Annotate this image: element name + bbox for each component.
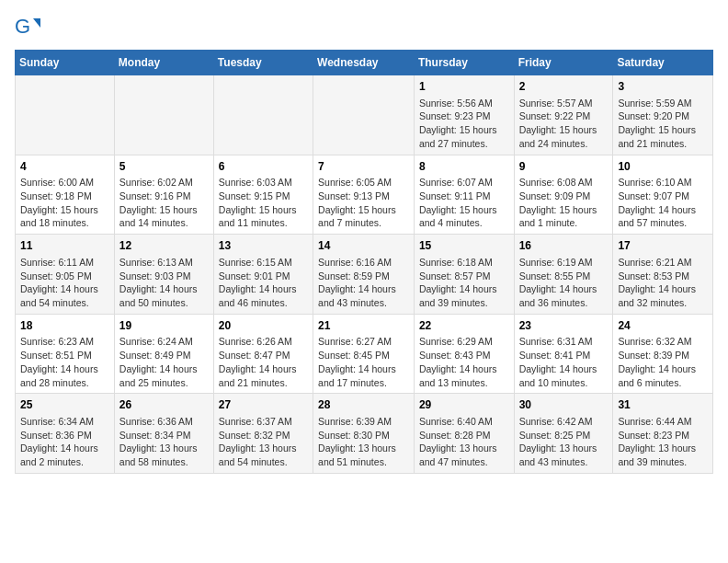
day-info: Sunrise: 5:56 AM Sunset: 9:23 PM Dayligh… [419,97,509,151]
calendar-cell: 16Sunrise: 6:19 AM Sunset: 8:55 PM Dayli… [514,235,613,315]
calendar-cell [213,75,313,155]
calendar-cell: 22Sunrise: 6:29 AM Sunset: 8:43 PM Dayli… [414,314,514,394]
calendar-cell: 5Sunrise: 6:02 AM Sunset: 9:16 PM Daylig… [114,155,213,235]
day-info: Sunrise: 6:07 AM Sunset: 9:11 PM Dayligh… [419,176,509,230]
col-header-wednesday: Wednesday [313,51,415,75]
day-info: Sunrise: 6:03 AM Sunset: 9:15 PM Dayligh… [219,176,308,230]
calendar-cell: 28Sunrise: 6:39 AM Sunset: 8:30 PM Dayli… [313,394,415,474]
day-number: 28 [318,397,409,413]
calendar-cell: 3Sunrise: 5:59 AM Sunset: 9:20 PM Daylig… [613,75,713,155]
day-number: 9 [519,159,609,175]
day-info: Sunrise: 6:32 AM Sunset: 8:39 PM Dayligh… [618,335,708,389]
day-number: 8 [419,159,509,175]
day-info: Sunrise: 6:40 AM Sunset: 8:28 PM Dayligh… [419,415,509,469]
calendar-cell: 6Sunrise: 6:03 AM Sunset: 9:15 PM Daylig… [213,155,313,235]
day-info: Sunrise: 6:39 AM Sunset: 8:30 PM Dayligh… [318,415,409,469]
day-number: 22 [419,318,509,334]
calendar-cell: 27Sunrise: 6:37 AM Sunset: 8:32 PM Dayli… [213,394,313,474]
calendar-cell: 10Sunrise: 6:10 AM Sunset: 9:07 PM Dayli… [613,155,713,235]
calendar-cell: 11Sunrise: 6:11 AM Sunset: 9:05 PM Dayli… [16,235,115,315]
day-info: Sunrise: 6:31 AM Sunset: 8:41 PM Dayligh… [519,335,609,389]
calendar-cell: 2Sunrise: 5:57 AM Sunset: 9:22 PM Daylig… [514,75,613,155]
day-number: 20 [219,318,308,334]
col-header-saturday: Saturday [613,51,713,75]
day-info: Sunrise: 6:23 AM Sunset: 8:51 PM Dayligh… [20,335,109,389]
day-number: 5 [119,159,209,175]
calendar-cell [16,75,115,155]
day-number: 1 [419,79,509,95]
day-number: 11 [20,238,109,254]
calendar-cell: 25Sunrise: 6:34 AM Sunset: 8:36 PM Dayli… [16,394,115,474]
day-number: 3 [618,79,708,95]
calendar-cell [313,75,415,155]
week-row-1: 1Sunrise: 5:56 AM Sunset: 9:23 PM Daylig… [16,75,713,155]
day-number: 30 [519,397,609,413]
calendar-cell: 20Sunrise: 6:26 AM Sunset: 8:47 PM Dayli… [213,314,313,394]
day-info: Sunrise: 6:05 AM Sunset: 9:13 PM Dayligh… [318,176,409,230]
day-number: 23 [519,318,609,334]
calendar-cell: 8Sunrise: 6:07 AM Sunset: 9:11 PM Daylig… [414,155,514,235]
day-number: 29 [419,397,509,413]
calendar-cell: 13Sunrise: 6:15 AM Sunset: 9:01 PM Dayli… [213,235,313,315]
day-number: 10 [618,159,708,175]
day-info: Sunrise: 5:57 AM Sunset: 9:22 PM Dayligh… [519,97,609,151]
day-info: Sunrise: 6:34 AM Sunset: 8:36 PM Dayligh… [20,415,109,469]
logo: G [15,15,44,40]
day-number: 12 [119,238,209,254]
day-number: 17 [618,238,708,254]
day-info: Sunrise: 6:15 AM Sunset: 9:01 PM Dayligh… [219,256,308,310]
week-row-4: 18Sunrise: 6:23 AM Sunset: 8:51 PM Dayli… [16,314,713,394]
day-number: 4 [20,159,109,175]
day-number: 19 [119,318,209,334]
calendar-cell: 24Sunrise: 6:32 AM Sunset: 8:39 PM Dayli… [613,314,713,394]
col-header-sunday: Sunday [16,51,115,75]
day-number: 15 [419,238,509,254]
calendar-cell: 19Sunrise: 6:24 AM Sunset: 8:49 PM Dayli… [114,314,213,394]
week-row-5: 25Sunrise: 6:34 AM Sunset: 8:36 PM Dayli… [16,394,713,474]
day-number: 16 [519,238,609,254]
day-info: Sunrise: 6:27 AM Sunset: 8:45 PM Dayligh… [318,335,409,389]
day-info: Sunrise: 6:13 AM Sunset: 9:03 PM Dayligh… [119,256,209,310]
day-info: Sunrise: 5:59 AM Sunset: 9:20 PM Dayligh… [618,97,708,151]
calendar-cell [114,75,213,155]
calendar-cell: 9Sunrise: 6:08 AM Sunset: 9:09 PM Daylig… [514,155,613,235]
day-info: Sunrise: 6:26 AM Sunset: 8:47 PM Dayligh… [219,335,308,389]
day-info: Sunrise: 6:16 AM Sunset: 8:59 PM Dayligh… [318,256,409,310]
day-number: 26 [119,397,209,413]
calendar-cell: 4Sunrise: 6:00 AM Sunset: 9:18 PM Daylig… [16,155,115,235]
col-header-friday: Friday [514,51,613,75]
logo-icon: G [15,15,40,40]
calendar-cell: 18Sunrise: 6:23 AM Sunset: 8:51 PM Dayli… [16,314,115,394]
header: G [15,15,713,40]
calendar-cell: 1Sunrise: 5:56 AM Sunset: 9:23 PM Daylig… [414,75,514,155]
calendar-cell: 17Sunrise: 6:21 AM Sunset: 8:53 PM Dayli… [613,235,713,315]
col-header-thursday: Thursday [414,51,514,75]
day-number: 31 [618,397,708,413]
day-info: Sunrise: 6:42 AM Sunset: 8:25 PM Dayligh… [519,415,609,469]
svg-marker-1 [33,18,40,28]
col-header-monday: Monday [114,51,213,75]
calendar-cell: 7Sunrise: 6:05 AM Sunset: 9:13 PM Daylig… [313,155,415,235]
calendar-table: SundayMondayTuesdayWednesdayThursdayFrid… [15,50,713,474]
day-number: 18 [20,318,109,334]
day-info: Sunrise: 6:24 AM Sunset: 8:49 PM Dayligh… [119,335,209,389]
calendar-cell: 29Sunrise: 6:40 AM Sunset: 8:28 PM Dayli… [414,394,514,474]
day-number: 2 [519,79,609,95]
svg-text:G: G [15,15,30,38]
col-header-tuesday: Tuesday [213,51,313,75]
day-number: 21 [318,318,409,334]
day-number: 14 [318,238,409,254]
day-number: 13 [219,238,308,254]
day-number: 6 [219,159,308,175]
calendar-cell: 31Sunrise: 6:44 AM Sunset: 8:23 PM Dayli… [613,394,713,474]
day-info: Sunrise: 6:19 AM Sunset: 8:55 PM Dayligh… [519,256,609,310]
day-info: Sunrise: 6:00 AM Sunset: 9:18 PM Dayligh… [20,176,109,230]
day-info: Sunrise: 6:29 AM Sunset: 8:43 PM Dayligh… [419,335,509,389]
day-info: Sunrise: 6:02 AM Sunset: 9:16 PM Dayligh… [119,176,209,230]
calendar-cell: 21Sunrise: 6:27 AM Sunset: 8:45 PM Dayli… [313,314,415,394]
day-info: Sunrise: 6:08 AM Sunset: 9:09 PM Dayligh… [519,176,609,230]
day-number: 27 [219,397,308,413]
calendar-cell: 14Sunrise: 6:16 AM Sunset: 8:59 PM Dayli… [313,235,415,315]
calendar-cell: 15Sunrise: 6:18 AM Sunset: 8:57 PM Dayli… [414,235,514,315]
day-info: Sunrise: 6:37 AM Sunset: 8:32 PM Dayligh… [219,415,308,469]
